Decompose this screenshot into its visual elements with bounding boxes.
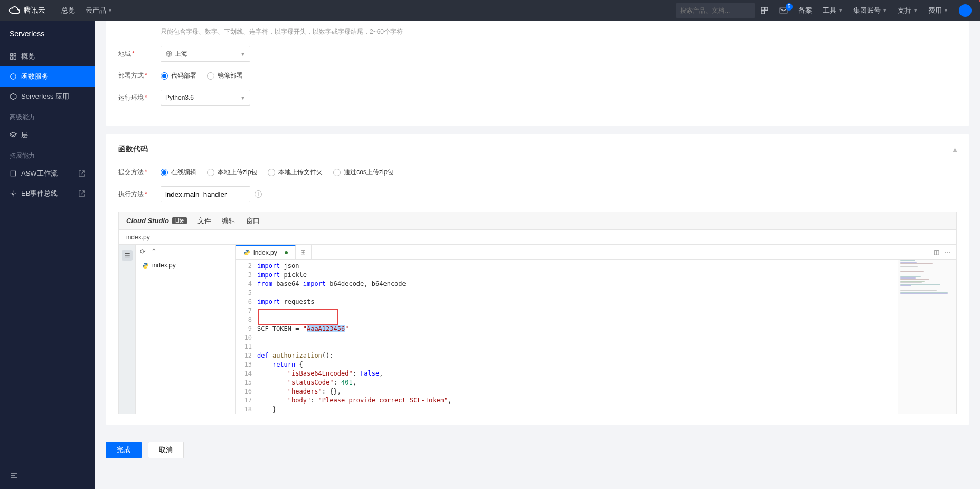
label-handler: 执行方法*	[118, 190, 161, 199]
label-deploy: 部署方式*	[118, 71, 161, 80]
svg-point-8	[11, 74, 16, 80]
menu-billing[interactable]: 费用▼	[923, 6, 954, 15]
radio-deploy-code[interactable]: 代码部署	[161, 71, 196, 80]
message-badge: 5	[786, 3, 793, 11]
explorer-icon[interactable]	[122, 250, 133, 261]
menu-account[interactable]: 集团账号▼	[848, 6, 892, 15]
region-select[interactable]: 上海 ▼	[161, 46, 250, 62]
label-region: 地域*	[118, 50, 161, 59]
sidebar-title: Serverless	[0, 21, 95, 46]
radio-submit-folder[interactable]: 本地上传文件夹	[268, 168, 323, 177]
unsaved-dot-icon	[285, 251, 288, 254]
svg-marker-9	[10, 93, 16, 100]
function-code-panel: 函数代码 ▴ 提交方法* 在线编辑 本地上传zip包 本地上传文件夹 通过cos…	[106, 134, 969, 425]
runtime-select[interactable]: Python3.6 ▼	[161, 90, 250, 106]
sidebar-section-extend: 拓展能力	[0, 145, 95, 164]
sidebar-item-asw[interactable]: ASW工作流	[0, 164, 95, 184]
radio-submit-zip[interactable]: 本地上传zip包	[207, 168, 257, 177]
mini-program-icon[interactable]	[760, 6, 769, 15]
ide-brand: Cloud StudioLite	[126, 217, 187, 225]
ide-tab-add[interactable]: ⊞	[296, 245, 312, 259]
cancel-button[interactable]: 取消	[148, 442, 184, 458]
function-icon	[10, 73, 17, 80]
chevron-down-icon: ▼	[240, 95, 246, 101]
main-content: 只能包含字母、数字、下划线、连字符，以字母开头，以数字或字母结尾，2~60个字符…	[95, 21, 980, 489]
topbar: 腾讯云 总览 云产品▼ 5 备案 工具▼ 集团账号▼ 支持▼ 费用▼	[0, 0, 980, 21]
ide-breadcrumb: index.py	[119, 230, 956, 245]
nav-overview[interactable]: 总览	[56, 6, 80, 15]
basic-config-panel: 只能包含字母、数字、下划线、连字符，以字母开头，以数字或字母结尾，2~60个字符…	[106, 21, 969, 126]
sidebar-item-app[interactable]: Serverless 应用	[0, 87, 95, 107]
svg-rect-7	[14, 57, 16, 59]
label-runtime: 运行环境*	[118, 93, 161, 102]
sidebar-item-eb[interactable]: EB事件总线	[0, 184, 95, 204]
collapse-icon	[10, 472, 18, 480]
radio-submit-cos[interactable]: 通过cos上传zip包	[333, 168, 393, 177]
info-icon[interactable]: i	[255, 190, 262, 198]
refresh-icon[interactable]: ⟳	[140, 247, 146, 255]
external-link-icon	[78, 170, 86, 177]
handler-input[interactable]	[161, 186, 250, 202]
sidebar-item-layer[interactable]: 层	[0, 125, 95, 145]
radio-submit-online[interactable]: 在线编辑	[161, 168, 196, 177]
chevron-up-icon[interactable]: ▴	[953, 145, 957, 154]
sidebar-item-scf[interactable]: 函数服务	[0, 66, 95, 87]
svg-rect-1	[765, 7, 768, 10]
menu-beian[interactable]: 备案	[793, 6, 817, 15]
ide-menu-edit[interactable]: 编辑	[222, 216, 235, 226]
external-link-icon	[78, 190, 86, 197]
layers-icon	[10, 131, 17, 139]
label-submit: 提交方法*	[118, 168, 161, 177]
cloud-icon	[8, 5, 20, 16]
more-icon[interactable]: ⋯	[945, 248, 951, 256]
sidebar-section-advanced: 高级能力	[0, 107, 95, 125]
ide-tab-index[interactable]: index.py	[236, 245, 296, 259]
svg-rect-5	[14, 54, 16, 56]
ide-tabs: index.py ⊞ ◫ ⋯	[236, 245, 956, 260]
sidebar-collapse[interactable]	[0, 464, 95, 489]
chevron-down-icon: ▼	[108, 8, 112, 13]
svg-rect-6	[11, 57, 13, 59]
sidebar: Serverless 概览 函数服务 Serverless 应用 高级能力 层 …	[0, 21, 95, 489]
search-input[interactable]	[680, 7, 759, 14]
app-icon	[10, 93, 17, 100]
workflow-icon	[10, 170, 17, 177]
code-editor[interactable]: 234567891011121314151617181920212223 imp…	[236, 260, 898, 414]
ide-menu-file[interactable]: 文件	[197, 216, 211, 226]
svg-rect-11	[11, 171, 15, 176]
svg-point-12	[12, 193, 14, 195]
svg-rect-2	[761, 11, 764, 14]
svg-marker-10	[10, 132, 16, 136]
messages-icon[interactable]: 5	[779, 6, 788, 15]
python-icon	[142, 262, 149, 269]
explorer-file-index[interactable]: index.py	[136, 258, 235, 272]
complete-button[interactable]: 完成	[106, 442, 142, 458]
nav-products[interactable]: 云产品▼	[80, 6, 118, 15]
user-avatar[interactable]	[959, 4, 972, 17]
collapse-all-icon[interactable]: ⌃	[151, 247, 157, 255]
python-icon	[243, 249, 250, 256]
split-editor-icon[interactable]: ◫	[934, 248, 939, 256]
grid-icon	[10, 53, 17, 60]
ide-topbar: Cloud StudioLite 文件 编辑 窗口	[119, 212, 956, 230]
eventbus-icon	[10, 190, 17, 197]
ide: Cloud StudioLite 文件 编辑 窗口 index.py ⟳	[118, 212, 957, 414]
svg-rect-4	[11, 54, 13, 56]
globe-icon	[165, 50, 173, 57]
ide-activity-bar	[119, 245, 136, 414]
menu-tools[interactable]: 工具▼	[817, 6, 848, 15]
brand-logo[interactable]: 腾讯云	[8, 5, 45, 16]
chevron-down-icon: ▼	[240, 51, 246, 57]
brand-text: 腾讯云	[23, 6, 45, 15]
svg-rect-0	[761, 7, 764, 10]
ide-menu-window[interactable]: 窗口	[246, 216, 260, 226]
sidebar-item-overview[interactable]: 概览	[0, 46, 95, 66]
search-box[interactable]	[676, 3, 755, 18]
radio-deploy-image[interactable]: 镜像部署	[207, 71, 243, 80]
minimap[interactable]	[898, 260, 956, 414]
section-title-code: 函数代码 ▴	[118, 145, 957, 158]
menu-support[interactable]: 支持▼	[892, 6, 923, 15]
name-hint: 只能包含字母、数字、下划线、连字符，以字母开头，以数字或字母结尾，2~60个字符	[161, 27, 957, 36]
footer-actions: 完成 取消	[106, 433, 969, 467]
ide-explorer: ⟳ ⌃ index.py	[136, 245, 236, 414]
